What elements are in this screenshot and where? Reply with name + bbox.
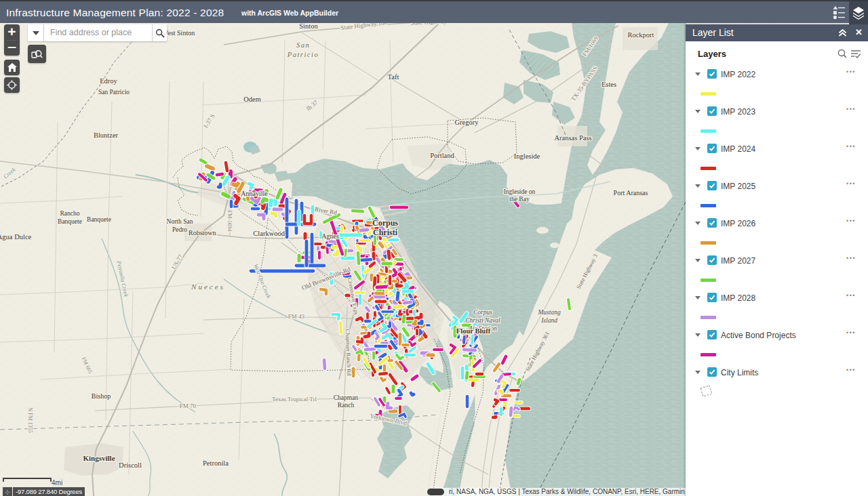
svg-text:Agnes: Agnes <box>321 232 339 240</box>
svg-text:4mi: 4mi <box>52 479 62 487</box>
svg-text:Annaville: Annaville <box>241 190 268 197</box>
svg-text:Driscoll: Driscoll <box>119 461 142 469</box>
svg-text:Edroy: Edroy <box>100 77 117 85</box>
svg-text:N FM 1355: N FM 1355 <box>27 407 33 432</box>
svg-text:Chapman: Chapman <box>334 394 359 401</box>
svg-text:San Patricio: San Patricio <box>98 89 130 96</box>
svg-text:Agua Dulce: Agua Dulce <box>0 233 32 241</box>
svg-text:Patricio: Patricio <box>287 51 319 58</box>
svg-text:Island: Island <box>540 317 557 324</box>
svg-text:Portland: Portland <box>430 152 454 159</box>
svg-text:Bluntzer: Bluntzer <box>94 131 119 139</box>
svg-text:Rancho: Rancho <box>60 210 79 217</box>
svg-text:West Sinton: West Sinton <box>162 29 195 37</box>
svg-text:Gregory: Gregory <box>455 119 479 126</box>
svg-text:Rockport: Rockport <box>627 31 654 39</box>
svg-text:Nueces: Nueces <box>191 283 225 291</box>
svg-text:San: San <box>296 41 310 49</box>
svg-text:Port Aransas: Port Aransas <box>614 189 648 197</box>
svg-text:Corpus: Corpus <box>473 309 492 316</box>
svg-text:Bishop: Bishop <box>92 392 111 400</box>
svg-text:FM 70: FM 70 <box>180 402 197 409</box>
svg-text:FM 43: FM 43 <box>288 313 305 320</box>
svg-text:Corpus: Corpus <box>372 218 398 228</box>
svg-text:the Bay: the Bay <box>509 196 530 203</box>
svg-text:Odem: Odem <box>243 96 261 103</box>
svg-text:Kingsville: Kingsville <box>83 454 115 462</box>
svg-text:Estes: Estes <box>601 81 616 88</box>
svg-text:Ingleside: Ingleside <box>514 152 540 160</box>
svg-text:Pedro: Pedro <box>172 226 187 233</box>
svg-text:Clarkwood: Clarkwood <box>253 230 285 237</box>
svg-text:Christi: Christi <box>373 228 398 237</box>
svg-text:Taft: Taft <box>388 73 399 81</box>
svg-text:Flour Bluff: Flour Bluff <box>456 327 491 335</box>
svg-text:Aransas Pass: Aransas Pass <box>554 134 591 142</box>
svg-text:Sinton: Sinton <box>299 22 318 30</box>
svg-text:Robstown: Robstown <box>189 229 216 236</box>
svg-text:North San: North San <box>167 218 193 225</box>
svg-text:FM 1694: FM 1694 <box>226 210 233 232</box>
svg-text:Texas Tropical Trl: Texas Tropical Trl <box>272 396 317 402</box>
svg-text:Ranch: Ranch <box>338 402 355 409</box>
svg-text:Mustang: Mustang <box>537 309 561 316</box>
svg-text:Christi Naval: Christi Naval <box>465 317 500 324</box>
svg-text:Petronila: Petronila <box>203 459 229 467</box>
svg-text:Ingleside on: Ingleside on <box>504 188 536 195</box>
svg-text:Banquete: Banquete <box>58 218 82 225</box>
svg-text:Banquete: Banquete <box>87 216 111 223</box>
